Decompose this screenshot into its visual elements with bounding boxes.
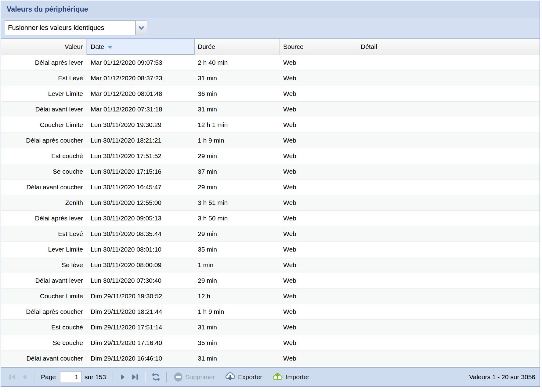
page-number-input[interactable]: [60, 371, 81, 383]
column-header-date-label: Date: [91, 43, 104, 50]
merge-values-combobox-value[interactable]: Fusionner les valeurs identiques: [5, 20, 136, 35]
page-title: Valeurs du périphérique: [7, 5, 88, 13]
last-page-icon: [131, 373, 139, 381]
cell-detail: [357, 102, 540, 117]
cell-date: Lun 30/11/2020 18:21:21: [87, 133, 195, 148]
merge-values-combobox: Fusionner les valeurs identiques: [5, 20, 147, 35]
page-count-label: sur 153: [85, 373, 106, 381]
cell-source: Web: [280, 289, 357, 304]
page-label: Page: [41, 373, 56, 381]
cell-duree: 31 min: [195, 351, 280, 366]
table-row[interactable]: Se lève Lun 30/11/2020 08:00:09 1 min We…: [1, 257, 540, 273]
delete-button[interactable]: Supprimer: [173, 372, 215, 382]
cell-detail: [357, 242, 540, 257]
table-row[interactable]: Délai avant coucher Lun 30/11/2020 16:45…: [1, 180, 540, 195]
cell-source: Web: [280, 148, 357, 164]
cell-date: Lun 30/11/2020 08:35:44: [87, 226, 195, 241]
cell-valeur: Délai après coucher: [1, 304, 87, 319]
cell-source: Web: [280, 273, 357, 288]
cell-detail: [357, 273, 540, 288]
cell-detail: [357, 304, 540, 319]
cell-source: Web: [280, 242, 357, 257]
column-header-detail[interactable]: Détail: [357, 39, 540, 55]
footer-separator: [166, 372, 167, 382]
next-page-icon: [119, 373, 127, 381]
export-button[interactable]: Exporter: [224, 372, 262, 382]
column-header-detail-label: Détail: [361, 43, 377, 50]
cell-duree: 31 min: [195, 71, 280, 86]
table-row[interactable]: Délai après coucher Lun 30/11/2020 18:21…: [1, 133, 540, 148]
cell-valeur: Est couché: [1, 148, 87, 164]
cell-duree: 36 min: [195, 86, 280, 101]
cell-date: Dim 29/11/2020 19:30:52: [87, 289, 195, 304]
cell-detail: [357, 180, 540, 195]
cell-duree: 1 h 9 min: [195, 304, 280, 319]
cell-date: Mar 01/12/2020 09:07:53: [87, 55, 195, 70]
cell-date: Lun 30/11/2020 17:51:52: [87, 148, 195, 164]
cell-date: Dim 29/11/2020 17:51:14: [87, 320, 195, 335]
cell-valeur: Délai avant coucher: [1, 180, 87, 195]
cell-duree: 37 min: [195, 164, 280, 179]
table-row[interactable]: Délai avant lever Mar 01/12/2020 07:31:1…: [1, 102, 540, 117]
table-row[interactable]: Est Levé Mar 01/12/2020 08:37:23 31 min …: [1, 71, 540, 86]
table-row[interactable]: Est couché Lun 30/11/2020 17:51:52 29 mi…: [1, 148, 540, 164]
cell-source: Web: [280, 320, 357, 335]
cell-duree: 29 min: [195, 148, 280, 164]
cell-valeur: Coucher Limite: [1, 289, 87, 304]
table-row[interactable]: Zenith Lun 30/11/2020 12:55:00 3 h 51 mi…: [1, 195, 540, 211]
cell-source: Web: [280, 180, 357, 195]
table-row[interactable]: Délai après lever Lun 30/11/2020 09:05:1…: [1, 211, 540, 226]
import-button[interactable]: Importer: [272, 372, 309, 382]
cell-source: Web: [280, 257, 357, 273]
merge-values-combobox-trigger[interactable]: [136, 20, 147, 35]
cell-duree: 3 h 50 min: [195, 211, 280, 226]
table-row[interactable]: Se couche Lun 30/11/2020 17:15:16 37 min…: [1, 164, 540, 180]
cell-detail: [357, 164, 540, 179]
cell-duree: 35 min: [195, 242, 280, 257]
refresh-icon: [151, 372, 161, 382]
export-button-label: Exporter: [238, 373, 262, 381]
cell-detail: [357, 351, 540, 366]
cell-date: Mar 01/12/2020 08:37:23: [87, 71, 195, 86]
cell-detail: [357, 195, 540, 210]
grid-header: Valeur Date Durée Source Détail: [1, 39, 540, 55]
footer-separator: [34, 372, 35, 382]
import-cloud-icon: [272, 372, 283, 382]
column-header-duree[interactable]: Durée: [195, 39, 280, 55]
prev-page-button[interactable]: [20, 373, 28, 381]
table-row[interactable]: Délai avant lever Lun 30/11/2020 07:30:4…: [1, 273, 540, 289]
column-header-date[interactable]: Date: [87, 39, 195, 55]
cell-duree: 29 min: [195, 180, 280, 195]
column-header-valeur[interactable]: Valeur: [1, 39, 87, 55]
cell-detail: [357, 55, 540, 70]
refresh-button[interactable]: [151, 372, 161, 382]
device-values-panel: Valeurs du périphérique Fusionner les va…: [1, 1, 540, 387]
cell-date: Lun 30/11/2020 19:30:29: [87, 117, 195, 132]
table-row[interactable]: Est couché Dim 29/11/2020 17:51:14 31 mi…: [1, 320, 540, 335]
first-page-icon: [8, 373, 16, 381]
cell-source: Web: [280, 86, 357, 101]
delete-button-label: Supprimer: [185, 373, 215, 381]
last-page-button[interactable]: [131, 373, 139, 381]
cell-duree: 31 min: [195, 320, 280, 335]
cell-detail: [357, 257, 540, 273]
table-row[interactable]: Lever Limite Lun 30/11/2020 08:01:10 35 …: [1, 242, 540, 257]
grid-toolbar: Fusionner les valeurs identiques: [1, 17, 540, 39]
table-row[interactable]: Se couche Dim 29/11/2020 17:16:40 35 min…: [1, 335, 540, 351]
table-row[interactable]: Lever Limite Mar 01/12/2020 08:01:48 36 …: [1, 86, 540, 102]
cell-date: Mar 01/12/2020 07:31:18: [87, 102, 195, 117]
first-page-button[interactable]: [8, 373, 16, 381]
table-row[interactable]: Coucher Limite Dim 29/11/2020 19:30:52 1…: [1, 289, 540, 304]
column-header-source-label: Source: [283, 43, 304, 50]
table-row[interactable]: Coucher Limite Lun 30/11/2020 19:30:29 1…: [1, 117, 540, 133]
column-header-valeur-label: Valeur: [65, 43, 83, 50]
column-header-source[interactable]: Source: [280, 39, 357, 55]
table-row[interactable]: Délai après lever Mar 01/12/2020 09:07:5…: [1, 55, 540, 71]
table-row[interactable]: Est Levé Lun 30/11/2020 08:35:44 29 min …: [1, 226, 540, 242]
next-page-button[interactable]: [119, 373, 127, 381]
cell-valeur: Délai avant lever: [1, 102, 87, 117]
table-row[interactable]: Délai avant coucher Dim 29/11/2020 16:46…: [1, 351, 540, 366]
cell-source: Web: [280, 195, 357, 210]
cell-source: Web: [280, 304, 357, 319]
table-row[interactable]: Délai après coucher Dim 29/11/2020 18:21…: [1, 304, 540, 320]
